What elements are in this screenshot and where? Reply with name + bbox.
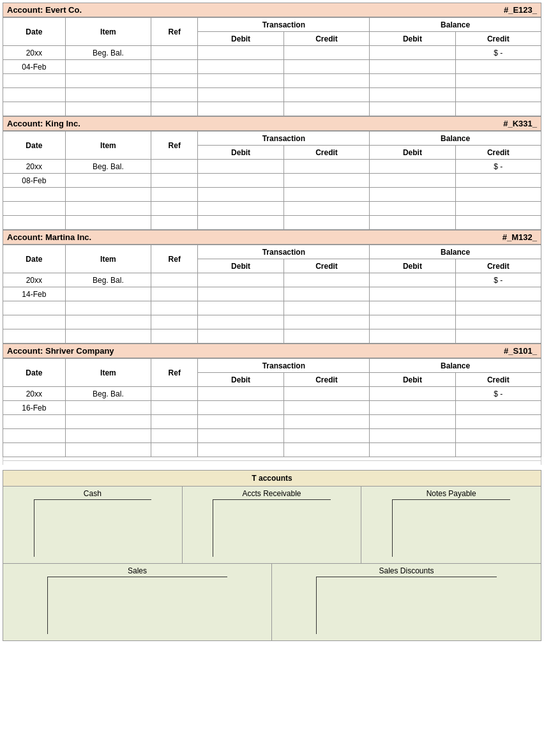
cell-date-3-3 bbox=[3, 429, 66, 443]
t-account-np-label: Notes Payable bbox=[366, 489, 536, 498]
account-name-2: Account: Martina Inc. bbox=[7, 232, 91, 242]
col-header-date-0: Date bbox=[3, 18, 66, 46]
cell-date-2-1: 14-Feb bbox=[3, 287, 66, 301]
cell-t-debit-1-3 bbox=[198, 202, 283, 216]
cell-b-credit-3-0: $ - bbox=[455, 387, 541, 401]
cell-date-0-3 bbox=[3, 88, 66, 102]
col-header-date-1: Date bbox=[3, 132, 66, 160]
accounts-container: Account: Evert Co. #_E123_ Date Item Ref… bbox=[3, 3, 541, 457]
table-row-3-3 bbox=[3, 429, 541, 443]
cell-item-0-2 bbox=[65, 74, 151, 88]
col-header-item-2: Item bbox=[65, 245, 151, 273]
cell-b-credit-0-2 bbox=[455, 74, 541, 88]
t-account-cash-label: Cash bbox=[8, 489, 177, 498]
cell-item-1-1 bbox=[65, 174, 151, 188]
table-row-3-1: 16-Feb bbox=[3, 401, 541, 415]
cell-ref-0-3 bbox=[151, 88, 198, 102]
cell-t-credit-3-0 bbox=[283, 387, 369, 401]
cell-t-debit-3-4 bbox=[198, 443, 283, 457]
cell-b-debit-2-0 bbox=[370, 273, 455, 287]
cell-date-1-4 bbox=[3, 216, 66, 230]
col-header-debit-t-2: Debit bbox=[198, 259, 283, 273]
cell-b-credit-1-4 bbox=[455, 216, 541, 230]
account-header-3: Account: Shriver Company #_S101_ bbox=[3, 344, 541, 358]
col-header-item-3: Item bbox=[65, 359, 151, 387]
account-header-1: Account: King Inc. #_K331_ bbox=[3, 116, 541, 131]
cell-item-1-3 bbox=[65, 202, 151, 216]
cell-t-credit-2-1 bbox=[283, 287, 369, 301]
col-header-credit-b-2: Credit bbox=[455, 259, 541, 273]
cell-b-credit-2-0: $ - bbox=[455, 273, 541, 287]
cell-ref-0-4 bbox=[151, 102, 198, 116]
cell-ref-1-2 bbox=[151, 188, 198, 202]
table-row-0-3 bbox=[3, 88, 541, 102]
cell-ref-3-4 bbox=[151, 443, 198, 457]
t-accounts-title: T accounts bbox=[3, 471, 541, 487]
ledger-table-2: Date Item Ref Transaction Balance Debit … bbox=[3, 245, 541, 344]
table-row-2-1: 14-Feb bbox=[3, 287, 541, 301]
cell-t-credit-2-0 bbox=[283, 273, 369, 287]
t-accounts-title-text: T accounts bbox=[252, 474, 292, 483]
col-header-item-0: Item bbox=[65, 18, 151, 46]
cell-b-debit-0-2 bbox=[370, 74, 455, 88]
cell-b-debit-2-3 bbox=[370, 315, 455, 329]
table-row-2-0: 20xx Beg. Bal. $ - bbox=[3, 273, 541, 287]
cell-b-debit-1-0 bbox=[370, 160, 455, 174]
col-header-date-2: Date bbox=[3, 245, 66, 273]
cell-b-debit-3-1 bbox=[370, 401, 455, 415]
cell-ref-2-4 bbox=[151, 329, 198, 344]
cell-t-debit-1-0 bbox=[198, 160, 283, 174]
cell-t-debit-2-1 bbox=[198, 287, 283, 301]
cell-b-debit-3-2 bbox=[370, 415, 455, 429]
cell-date-2-3 bbox=[3, 315, 66, 329]
col-header-balance-0: Balance bbox=[370, 18, 541, 32]
table-row-0-4 bbox=[3, 102, 541, 116]
cell-item-2-2 bbox=[65, 301, 151, 315]
col-header-ref-0: Ref bbox=[151, 18, 198, 46]
account-name-3: Account: Shriver Company bbox=[7, 346, 114, 356]
cell-t-debit-3-2 bbox=[198, 415, 283, 429]
cell-item-0-4 bbox=[65, 102, 151, 116]
col-header-transaction-1: Transaction bbox=[198, 132, 370, 146]
cell-item-0-0: Beg. Bal. bbox=[65, 46, 151, 60]
cell-t-debit-3-3 bbox=[198, 429, 283, 443]
cell-t-credit-1-3 bbox=[283, 202, 369, 216]
t-account-sd-label: Sales Discounts bbox=[277, 566, 536, 575]
cell-date-0-1: 04-Feb bbox=[3, 60, 66, 74]
account-header-0: Account: Evert Co. #_E123_ bbox=[3, 3, 541, 17]
cell-b-debit-0-0 bbox=[370, 46, 455, 60]
cell-item-3-4 bbox=[65, 443, 151, 457]
cell-item-1-2 bbox=[65, 188, 151, 202]
table-row-1-1: 08-Feb bbox=[3, 174, 541, 188]
col-header-debit-t-3: Debit bbox=[198, 373, 283, 387]
cell-b-credit-0-3 bbox=[455, 88, 541, 102]
t-accounts-row2: Sales Sales Discounts bbox=[3, 563, 541, 640]
cell-t-credit-2-3 bbox=[283, 315, 369, 329]
cell-date-2-2 bbox=[3, 301, 66, 315]
cell-b-credit-0-4 bbox=[455, 102, 541, 116]
cell-b-credit-3-1 bbox=[455, 401, 541, 415]
table-row-3-2 bbox=[3, 415, 541, 429]
col-header-credit-b-1: Credit bbox=[455, 146, 541, 160]
account-number-3: #_S101_ bbox=[504, 346, 537, 356]
cell-t-credit-0-2 bbox=[283, 74, 369, 88]
cell-ref-0-1 bbox=[151, 60, 198, 74]
cell-item-0-3 bbox=[65, 88, 151, 102]
cell-b-credit-1-0: $ - bbox=[455, 160, 541, 174]
col-header-ref-2: Ref bbox=[151, 245, 198, 273]
cell-ref-2-3 bbox=[151, 315, 198, 329]
cell-date-0-2 bbox=[3, 74, 66, 88]
account-block-1: Account: King Inc. #_K331_ Date Item Ref… bbox=[3, 116, 541, 230]
cell-date-1-2 bbox=[3, 188, 66, 202]
cell-b-credit-0-0: $ - bbox=[455, 46, 541, 60]
cell-ref-1-4 bbox=[151, 216, 198, 230]
cell-t-debit-0-2 bbox=[198, 74, 283, 88]
cell-b-credit-2-2 bbox=[455, 301, 541, 315]
t-account-sales-label: Sales bbox=[8, 566, 266, 575]
account-number-2: #_M132_ bbox=[502, 232, 537, 242]
cell-b-credit-1-2 bbox=[455, 188, 541, 202]
col-header-ref-1: Ref bbox=[151, 132, 198, 160]
t-account-notes-payable: Notes Payable bbox=[361, 487, 541, 563]
cell-ref-0-0 bbox=[151, 46, 198, 60]
cell-t-credit-1-0 bbox=[283, 160, 369, 174]
